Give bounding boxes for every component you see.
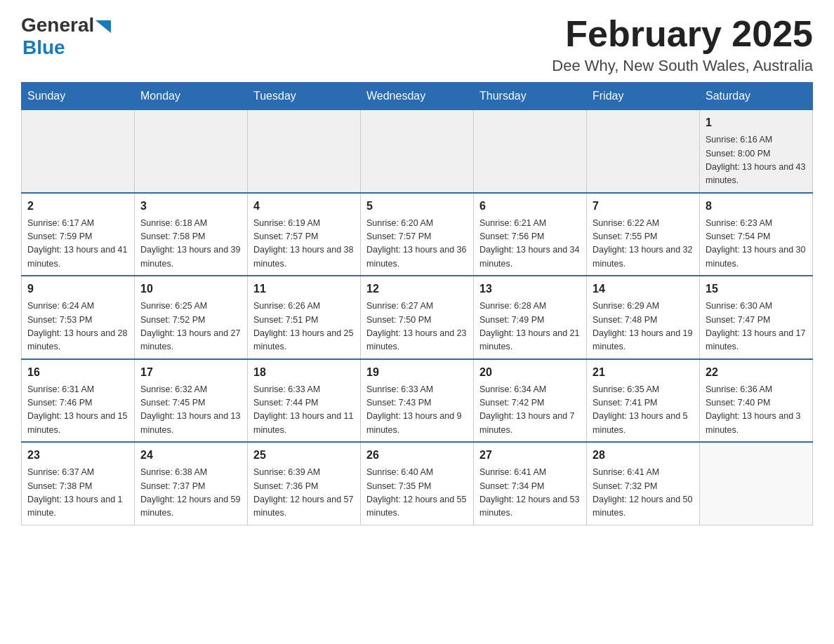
calendar-day: 2Sunrise: 6:17 AMSunset: 7:59 PMDaylight… [22, 193, 135, 276]
calendar-day: 11Sunrise: 6:26 AMSunset: 7:51 PMDayligh… [248, 276, 361, 359]
day-info: Sunrise: 6:18 AMSunset: 7:58 PMDaylight:… [140, 217, 241, 271]
day-info: Sunrise: 6:39 AMSunset: 7:36 PMDaylight:… [253, 466, 355, 521]
day-number: 15 [706, 281, 807, 297]
calendar-day: 24Sunrise: 6:38 AMSunset: 7:37 PMDayligh… [135, 442, 248, 525]
calendar-week-4: 16Sunrise: 6:31 AMSunset: 7:46 PMDayligh… [22, 359, 813, 443]
calendar-day [700, 442, 813, 525]
day-info: Sunrise: 6:25 AMSunset: 7:52 PMDaylight:… [140, 300, 241, 354]
calendar-day: 26Sunrise: 6:40 AMSunset: 7:35 PMDayligh… [361, 442, 474, 525]
day-info: Sunrise: 6:34 AMSunset: 7:42 PMDaylight:… [479, 383, 581, 438]
day-number: 13 [479, 281, 581, 297]
calendar-day: 13Sunrise: 6:28 AMSunset: 7:49 PMDayligh… [474, 276, 587, 359]
svg-marker-0 [95, 20, 111, 33]
calendar-day: 10Sunrise: 6:25 AMSunset: 7:52 PMDayligh… [135, 276, 248, 359]
day-number: 20 [479, 364, 581, 381]
logo-arrow-icon [95, 20, 111, 33]
day-info: Sunrise: 6:22 AMSunset: 7:55 PMDaylight:… [593, 217, 694, 271]
day-info: Sunrise: 6:41 AMSunset: 7:32 PMDaylight:… [593, 466, 694, 521]
day-info: Sunrise: 6:23 AMSunset: 7:54 PMDaylight:… [706, 217, 807, 271]
day-number: 26 [366, 447, 468, 464]
day-number: 23 [27, 447, 128, 464]
calendar-day: 16Sunrise: 6:31 AMSunset: 7:46 PMDayligh… [22, 359, 135, 443]
calendar-day: 6Sunrise: 6:21 AMSunset: 7:56 PMDaylight… [474, 193, 587, 276]
column-header-friday: Friday [587, 83, 700, 110]
calendar-week-5: 23Sunrise: 6:37 AMSunset: 7:38 PMDayligh… [22, 442, 813, 525]
calendar-week-1: 1Sunrise: 6:16 AMSunset: 8:00 PMDaylight… [22, 110, 813, 193]
day-number: 2 [27, 198, 128, 215]
day-info: Sunrise: 6:29 AMSunset: 7:48 PMDaylight:… [593, 300, 694, 354]
calendar-day: 21Sunrise: 6:35 AMSunset: 7:41 PMDayligh… [587, 359, 700, 443]
calendar-day: 14Sunrise: 6:29 AMSunset: 7:48 PMDayligh… [587, 276, 700, 359]
day-number: 7 [593, 198, 694, 215]
day-info: Sunrise: 6:31 AMSunset: 7:46 PMDaylight:… [27, 383, 128, 438]
day-number: 17 [140, 364, 241, 381]
calendar-day: 27Sunrise: 6:41 AMSunset: 7:34 PMDayligh… [474, 442, 587, 525]
calendar-day: 22Sunrise: 6:36 AMSunset: 7:40 PMDayligh… [700, 359, 813, 443]
day-number: 1 [706, 114, 807, 131]
column-header-wednesday: Wednesday [361, 83, 474, 110]
column-header-monday: Monday [135, 83, 248, 110]
calendar-week-3: 9Sunrise: 6:24 AMSunset: 7:53 PMDaylight… [22, 276, 813, 359]
day-info: Sunrise: 6:38 AMSunset: 7:37 PMDaylight:… [140, 466, 241, 521]
column-header-thursday: Thursday [474, 83, 587, 110]
day-info: Sunrise: 6:16 AMSunset: 8:00 PMDaylight:… [706, 133, 807, 188]
calendar-day: 19Sunrise: 6:33 AMSunset: 7:43 PMDayligh… [361, 359, 474, 443]
day-info: Sunrise: 6:19 AMSunset: 7:57 PMDaylight:… [253, 217, 355, 271]
calendar-day: 9Sunrise: 6:24 AMSunset: 7:53 PMDaylight… [22, 276, 135, 359]
calendar-day: 20Sunrise: 6:34 AMSunset: 7:42 PMDayligh… [474, 359, 587, 443]
day-info: Sunrise: 6:36 AMSunset: 7:40 PMDaylight:… [706, 383, 807, 438]
calendar-day: 5Sunrise: 6:20 AMSunset: 7:57 PMDaylight… [361, 193, 474, 276]
page-header: General Blue February 2025 Dee Why, New … [21, 14, 813, 75]
day-info: Sunrise: 6:41 AMSunset: 7:34 PMDaylight:… [479, 466, 581, 521]
day-number: 27 [479, 447, 581, 464]
day-number: 9 [27, 281, 128, 297]
calendar-day: 3Sunrise: 6:18 AMSunset: 7:58 PMDaylight… [135, 193, 248, 276]
day-info: Sunrise: 6:21 AMSunset: 7:56 PMDaylight:… [479, 217, 581, 271]
column-header-saturday: Saturday [700, 83, 813, 110]
logo-blue-text: Blue [22, 36, 111, 59]
day-info: Sunrise: 6:35 AMSunset: 7:41 PMDaylight:… [593, 383, 694, 438]
day-number: 25 [253, 447, 355, 464]
calendar-day [22, 110, 135, 193]
day-info: Sunrise: 6:33 AMSunset: 7:43 PMDaylight:… [366, 383, 468, 438]
calendar-day [248, 110, 361, 193]
logo-line1: General [21, 14, 111, 36]
day-number: 8 [706, 198, 807, 215]
calendar-day [135, 110, 248, 193]
day-info: Sunrise: 6:33 AMSunset: 7:44 PMDaylight:… [253, 383, 355, 438]
calendar-day: 8Sunrise: 6:23 AMSunset: 7:54 PMDaylight… [700, 193, 813, 276]
day-number: 28 [593, 447, 694, 464]
day-info: Sunrise: 6:40 AMSunset: 7:35 PMDaylight:… [366, 466, 468, 521]
calendar-day: 17Sunrise: 6:32 AMSunset: 7:45 PMDayligh… [135, 359, 248, 443]
day-number: 10 [140, 281, 241, 297]
calendar-day: 12Sunrise: 6:27 AMSunset: 7:50 PMDayligh… [361, 276, 474, 359]
location-title: Dee Why, New South Wales, Australia [552, 57, 813, 75]
logo-general-text: General [21, 14, 94, 36]
day-number: 24 [140, 447, 241, 464]
calendar-day: 4Sunrise: 6:19 AMSunset: 7:57 PMDaylight… [248, 193, 361, 276]
calendar-day: 1Sunrise: 6:16 AMSunset: 8:00 PMDaylight… [700, 110, 813, 193]
calendar-week-2: 2Sunrise: 6:17 AMSunset: 7:59 PMDaylight… [22, 193, 813, 276]
day-info: Sunrise: 6:37 AMSunset: 7:38 PMDaylight:… [27, 466, 128, 521]
day-info: Sunrise: 6:30 AMSunset: 7:47 PMDaylight:… [706, 300, 807, 354]
day-number: 22 [706, 364, 807, 381]
month-title: February 2025 [552, 14, 813, 54]
day-info: Sunrise: 6:32 AMSunset: 7:45 PMDaylight:… [140, 383, 241, 438]
calendar-day: 23Sunrise: 6:37 AMSunset: 7:38 PMDayligh… [22, 442, 135, 525]
calendar-table: SundayMondayTuesdayWednesdayThursdayFrid… [21, 82, 813, 525]
calendar-day: 7Sunrise: 6:22 AMSunset: 7:55 PMDaylight… [587, 193, 700, 276]
calendar-day [361, 110, 474, 193]
day-info: Sunrise: 6:26 AMSunset: 7:51 PMDaylight:… [253, 300, 355, 354]
day-info: Sunrise: 6:24 AMSunset: 7:53 PMDaylight:… [27, 300, 128, 354]
calendar-day [587, 110, 700, 193]
title-area: February 2025 Dee Why, New South Wales, … [552, 14, 813, 75]
day-info: Sunrise: 6:20 AMSunset: 7:57 PMDaylight:… [366, 217, 468, 271]
day-number: 12 [366, 281, 468, 297]
calendar-day [474, 110, 587, 193]
day-number: 4 [253, 198, 355, 215]
calendar-day: 18Sunrise: 6:33 AMSunset: 7:44 PMDayligh… [248, 359, 361, 443]
day-number: 11 [253, 281, 355, 297]
day-number: 6 [479, 198, 581, 215]
logo: General Blue [21, 14, 111, 59]
day-number: 14 [593, 281, 694, 297]
